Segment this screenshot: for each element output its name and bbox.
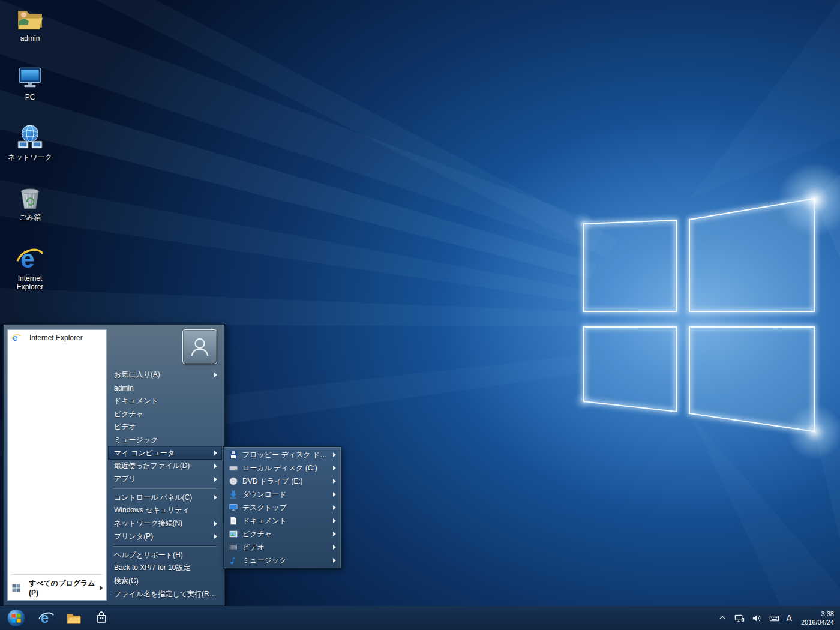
submenu-arrow-icon	[214, 495, 217, 500]
start-menu-item-help-support[interactable]: ヘルプとサポート(H)	[108, 548, 222, 562]
menu-separator	[113, 488, 217, 488]
internet-explorer-icon: e	[11, 333, 21, 343]
start-menu-item-run[interactable]: ファイル名を指定して実行(R)...	[108, 587, 222, 601]
desktop-icon-label: Internet Explorer	[6, 274, 54, 292]
start-button[interactable]	[0, 606, 32, 630]
submenu-arrow-icon	[214, 477, 217, 482]
taskbar-store-button[interactable]	[88, 606, 115, 630]
desktop-icon	[229, 503, 238, 512]
desktop-icon-recycle-bin[interactable]: ごみ箱	[6, 184, 54, 221]
network-icon	[16, 124, 44, 151]
user-folder-icon	[16, 5, 44, 32]
all-programs-icon	[11, 583, 21, 593]
desktop-icon-pc[interactable]: PC	[6, 64, 54, 101]
internet-explorer-icon: e	[16, 245, 44, 272]
recycle-bin-icon	[16, 184, 44, 211]
pinned-item-label: Internet Explorer	[29, 334, 83, 342]
user-avatar[interactable]	[182, 329, 217, 364]
start-menu-item-control-panel[interactable]: コントロール パネル(C)	[108, 491, 222, 504]
desktop-icon-network[interactable]: ネットワーク	[6, 124, 54, 161]
start-menu-item-apps[interactable]: アプリ	[108, 473, 222, 486]
submenu-arrow-icon	[333, 479, 336, 484]
submenu-item-documents[interactable]: ドキュメント	[225, 514, 340, 527]
desktop-icon-label: ネットワーク	[8, 153, 52, 161]
taskbar: e	[0, 606, 840, 630]
submenu-item-desktop[interactable]: デスクトップ	[225, 501, 340, 514]
all-programs-label: すべてのプログラム(P)	[29, 578, 96, 597]
submenu-item-floppy-a[interactable]: フロッピー ディスク ドライブ (A:)	[225, 448, 340, 461]
submenu-arrow-icon	[333, 466, 336, 470]
system-tray: A 3:38 2016/04/24	[717, 610, 840, 627]
submenu-arrow-icon	[214, 464, 217, 469]
tray-ime-indicator[interactable]: A	[787, 613, 792, 623]
start-menu-main-panel: お気に入り(A) admin ドキュメント ピクチャ ビデオ ミュージック マイ…	[108, 327, 222, 603]
picture-icon	[229, 529, 238, 539]
submenu-arrow-icon	[214, 451, 217, 455]
submenu-item-pictures[interactable]: ピクチャ	[225, 527, 340, 541]
tray-clock[interactable]: 3:38 2016/04/24	[799, 610, 834, 627]
start-menu-item-favorites[interactable]: お気に入り(A)	[108, 368, 222, 382]
hard-disk-icon	[229, 463, 238, 473]
my-computer-submenu: フロッピー ディスク ドライブ (A:) ローカル ディスク (C:)	[223, 446, 341, 569]
tray-volume-icon[interactable]	[752, 613, 763, 623]
tray-network-icon[interactable]	[734, 613, 745, 623]
submenu-arrow-icon	[333, 532, 336, 536]
clock-date: 2016/04/24	[801, 618, 834, 626]
submenu-arrow-icon	[333, 545, 336, 550]
dvd-drive-icon	[229, 476, 238, 486]
start-menu-pinned-panel: e Internet Explorer すべてのプログラム(P	[7, 329, 107, 601]
floppy-icon	[229, 450, 238, 460]
desktop-icon-admin[interactable]: admin	[6, 5, 54, 43]
start-menu-item-network-connections[interactable]: ネットワーク接続(N)	[108, 517, 222, 530]
start-menu-item-pictures[interactable]: ピクチャ	[108, 407, 222, 421]
download-icon	[229, 490, 238, 499]
video-icon	[229, 542, 238, 552]
submenu-arrow-icon	[333, 492, 336, 497]
music-icon	[229, 556, 238, 565]
menu-separator	[113, 545, 217, 546]
desktop-icon-label: ごみ箱	[19, 213, 41, 221]
submenu-item-dvd-drive-e[interactable]: DVD ドライブ (E:)	[225, 475, 340, 488]
document-icon	[229, 516, 238, 526]
taskbar-internet-explorer-button[interactable]: e	[32, 606, 60, 630]
start-menu-item-music[interactable]: ミュージック	[108, 434, 222, 447]
desktop-icon-label: admin	[20, 34, 40, 43]
start-menu-item-videos[interactable]: ビデオ	[108, 421, 222, 434]
all-programs-button[interactable]: すべてのプログラム(P)	[8, 576, 106, 600]
tray-touch-keyboard-icon[interactable]	[769, 613, 780, 623]
pinned-item-internet-explorer[interactable]: e Internet Explorer	[8, 330, 106, 346]
desktop-icon-label: PC	[25, 93, 35, 101]
start-menu-item-backtoxp-settings[interactable]: Back to XP/7 for 10設定	[108, 562, 222, 575]
submenu-arrow-icon	[100, 586, 103, 590]
start-menu-item-search[interactable]: 検索(C)	[108, 575, 222, 588]
submenu-arrow-icon	[333, 558, 336, 563]
start-menu-item-printers[interactable]: プリンタ(P)	[108, 530, 222, 544]
submenu-item-videos[interactable]: ビデオ	[225, 541, 340, 554]
submenu-arrow-icon	[333, 452, 336, 457]
submenu-item-music[interactable]: ミュージック	[225, 554, 340, 567]
start-menu-item-recent-files[interactable]: 最近使ったファイル(D)	[108, 460, 222, 473]
tray-chevron-up-icon[interactable]	[717, 613, 728, 623]
submenu-arrow-icon	[214, 373, 217, 377]
submenu-arrow-icon	[333, 518, 336, 523]
start-menu: e Internet Explorer すべてのプログラム(P	[3, 324, 225, 606]
submenu-arrow-icon	[214, 521, 217, 526]
submenu-item-local-disk-c[interactable]: ローカル ディスク (C:)	[225, 461, 340, 475]
start-menu-item-admin[interactable]: admin	[108, 382, 222, 395]
taskbar-file-explorer-button[interactable]	[60, 606, 88, 630]
clock-time: 3:38	[801, 610, 834, 618]
desktop: admin PC	[0, 0, 840, 630]
submenu-item-downloads[interactable]: ダウンロード	[225, 488, 340, 501]
submenu-arrow-icon	[333, 505, 336, 510]
start-menu-item-my-computer[interactable]: マイ コンピュータ	[108, 446, 222, 460]
desktop-icon-internet-explorer[interactable]: e Internet Explorer	[6, 245, 54, 292]
menu-separator	[11, 574, 103, 575]
computer-icon	[16, 64, 44, 91]
submenu-arrow-icon	[214, 534, 217, 539]
start-menu-item-windows-security[interactable]: Windows セキュリティ	[108, 504, 222, 517]
start-menu-item-documents[interactable]: ドキュメント	[108, 395, 222, 408]
